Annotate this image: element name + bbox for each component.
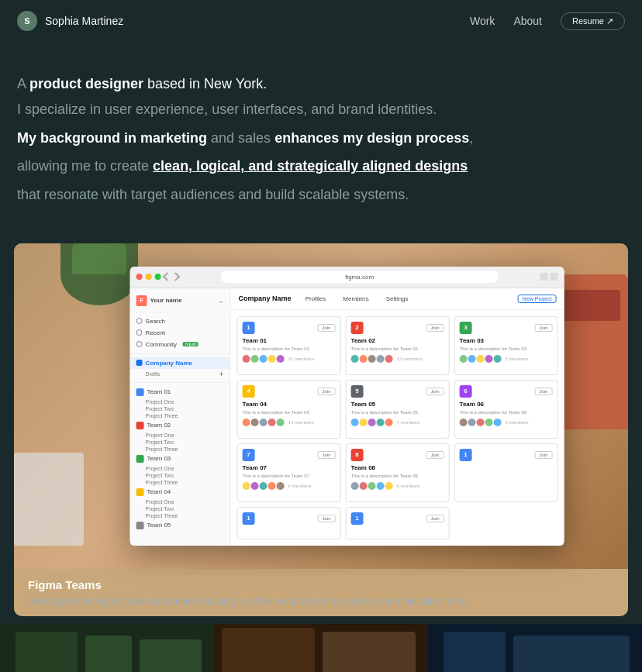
svg-rect-1 (16, 632, 78, 672)
browser-forward-icon (171, 273, 180, 281)
team-desc-6: This is a description for Team 06. (460, 409, 553, 415)
team-avatar (360, 482, 368, 490)
project-title: Figma Teams (28, 578, 614, 591)
team-desc-7: This is a description for Team 07. (243, 473, 336, 479)
team-avatar (260, 482, 268, 490)
sidebar-team04-p1[interactable]: Project One (130, 498, 230, 505)
team-avatar (268, 355, 276, 363)
browser-mockup: figma.com F Your name ⌄ (130, 267, 564, 546)
sidebar-team-05[interactable]: Team 05 (130, 519, 230, 532)
team-join-btn-6[interactable]: Join (535, 388, 553, 395)
tab-settings[interactable]: Settings (383, 294, 412, 304)
project-description: Redesigned the Figma teams dashboard res… (28, 594, 614, 608)
new-project-button[interactable]: New Project (518, 295, 557, 303)
team-member-count-6: 3 members (506, 420, 529, 425)
sidebar-team-02[interactable]: Team 02 (130, 419, 230, 432)
team-join-btn-2[interactable]: Join (426, 324, 444, 332)
sidebar-team03-p3[interactable]: Project Three (130, 479, 230, 486)
sidebar-team-01[interactable]: Team 01 (130, 386, 230, 398)
team-join-btn-11[interactable]: Join (426, 515, 444, 522)
team-badge-10: 1 (243, 512, 255, 525)
team-avatar (385, 482, 393, 490)
navbar: S Sophia Martinez Work About Resume ↗ (0, 0, 642, 42)
team-avatar (494, 419, 502, 426)
community-icon (136, 341, 143, 347)
team-avatar (377, 482, 385, 490)
team-join-btn-7[interactable]: Join (318, 451, 336, 459)
team-card-9: 1Join (454, 443, 558, 502)
team05-color (136, 522, 144, 529)
sidebar-community[interactable]: Community NEW (130, 339, 230, 350)
team-desc-2: This is a description for Team 02. (351, 346, 444, 352)
team-avatar (468, 355, 476, 363)
team-join-btn-3[interactable]: Join (535, 324, 553, 332)
team-avatar (243, 355, 250, 363)
team-card-header-6: 6Join (460, 385, 553, 398)
team-avatar (277, 355, 285, 363)
team-card-header-10: 1Join (243, 512, 336, 525)
team-badge-8: 8 (351, 449, 364, 461)
team-card-2: 2JoinTeam 02This is a description for Te… (346, 316, 450, 375)
team-avatar (260, 355, 268, 363)
team-avatar (460, 355, 468, 363)
team-join-btn-8[interactable]: Join (426, 451, 444, 459)
team-member-count-2: 12 members (397, 357, 423, 361)
team-card-header-11: 1Join (351, 512, 444, 525)
team-badge-1: 1 (243, 322, 255, 334)
sidebar-recent[interactable]: Recent (130, 327, 230, 339)
team-avatars-7: 9 members (243, 482, 336, 490)
sidebar-drafts[interactable]: Drafts + (130, 369, 230, 379)
team-avatar (460, 419, 468, 426)
team-join-btn-10[interactable]: Join (318, 515, 336, 522)
sidebar-company[interactable]: Company Name (130, 357, 230, 369)
sidebar-team01-p2[interactable]: Project Two (130, 405, 230, 412)
sidebar-team02-p1[interactable]: Project One (130, 432, 230, 439)
recent-icon (136, 329, 143, 336)
team-card-3: 3JoinTeam 03This is a description for Te… (454, 316, 558, 375)
sidebar-team02-p3[interactable]: Project Three (130, 446, 230, 453)
team-name-7: Team 07 (243, 464, 336, 471)
team-avatars-1: 21 members (243, 355, 336, 363)
browser-maximize-dot (155, 274, 161, 280)
nav-work-link[interactable]: Work (470, 15, 495, 27)
team-badge-9: 1 (460, 449, 472, 461)
team-card-header-3: 3Join (460, 322, 553, 334)
desk-photo: figma.com F Your name ⌄ (14, 243, 628, 569)
team-join-btn-4[interactable]: Join (318, 388, 336, 395)
resume-button[interactable]: Resume ↗ (561, 12, 625, 30)
sidebar-team03-p2[interactable]: Project Two (130, 472, 230, 479)
nav-about-link[interactable]: About (513, 15, 542, 27)
team-join-btn-1[interactable]: Join (318, 324, 336, 332)
team-member-count-1: 21 members (288, 357, 314, 361)
team-avatar (243, 482, 250, 490)
sidebar-team04-p2[interactable]: Project Two (130, 505, 230, 512)
team-member-count-8: 6 members (397, 484, 420, 488)
team-avatar (377, 419, 385, 426)
sidebar-team03-p1[interactable]: Project One (130, 465, 230, 472)
team-avatars-6: 3 members (460, 419, 553, 426)
sidebar-team01-p1[interactable]: Project One (130, 398, 230, 405)
hero-line2: I specialize in user experience, user in… (17, 98, 510, 121)
sidebar-team02-p2[interactable]: Project Two (130, 439, 230, 446)
nav-left: S Sophia Martinez (17, 11, 123, 31)
teams-grid: 1JoinTeam 01This is a description for Te… (231, 310, 564, 546)
team-card-header-2: 2Join (351, 322, 444, 334)
team-card-11: 1Join (346, 507, 450, 539)
team-card-8: 8JoinTeam 08This is a description for Te… (346, 443, 450, 502)
tab-profiles[interactable]: Profiles (302, 294, 330, 304)
team-avatars-8: 6 members (351, 482, 444, 490)
sidebar-search[interactable]: Search (130, 315, 230, 327)
sidebar-team01-p3[interactable]: Project Three (130, 412, 230, 419)
team-name-2: Team 02 (351, 337, 444, 344)
app-main: Company Name Profiles Members Settings N… (231, 288, 564, 546)
tab-members[interactable]: Members (340, 294, 371, 304)
team-join-btn-9[interactable]: Join (535, 451, 553, 459)
team-avatar (385, 355, 393, 363)
sidebar-team-04[interactable]: Team 04 (130, 486, 230, 498)
team-join-btn-5[interactable]: Join (426, 388, 444, 395)
sidebar-team-03[interactable]: Team 03 (130, 453, 230, 465)
team-avatar (251, 482, 259, 490)
sidebar-team04-p3[interactable]: Project Three (130, 512, 230, 519)
team-avatar (477, 419, 485, 426)
browser-url-bar[interactable]: figma.com (221, 271, 499, 283)
